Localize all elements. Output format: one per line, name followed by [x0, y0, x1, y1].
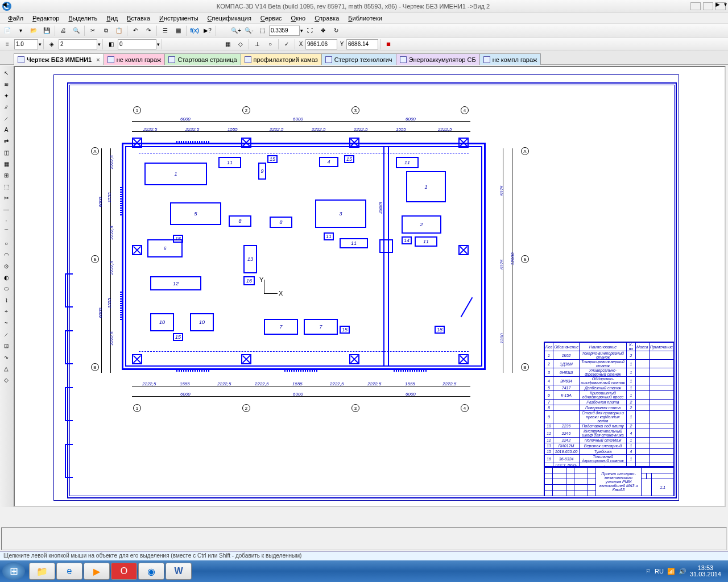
zoom-input[interactable] [269, 26, 300, 36]
menu-Библиотеки[interactable]: Библиотеки [345, 14, 386, 23]
coord-x[interactable] [305, 39, 337, 49]
task-kompas[interactable]: ◉ [138, 563, 164, 580]
new-doc-drop-button[interactable]: ▾ [14, 25, 27, 36]
menu-Вид[interactable]: Вид [103, 14, 121, 23]
tool-4[interactable]: ⟋ [0, 113, 13, 124]
variables-button[interactable]: f(x) [188, 25, 201, 36]
tool-3[interactable]: ⫽ [0, 101, 13, 113]
drawing-workspace[interactable]: 11223344ААББВВ 2xВт [14, 66, 726, 507]
tool-8[interactable]: ▦ [0, 158, 13, 169]
tool-17[interactable]: ⊙ [0, 260, 13, 272]
tool-15[interactable]: ○ [0, 238, 13, 249]
print-button[interactable]: 🖨 [57, 25, 69, 36]
doc-tab-5[interactable]: Энергоаккумулятор СБ [396, 53, 480, 65]
tool-22[interactable]: ~ [0, 317, 13, 329]
doc-manager-button[interactable]: ▦ [172, 25, 184, 36]
doc-tab-2[interactable]: Стартовая страница [164, 53, 241, 65]
system-tray[interactable]: ⚐ RU 📶 🔊 13:53 31.03.2014 [641, 565, 726, 577]
task-media[interactable]: ▶ [84, 563, 110, 580]
tool-18[interactable]: ◐ [0, 272, 13, 283]
menu-Выделить[interactable]: Выделить [65, 14, 101, 23]
stop-button[interactable]: ⏹ [382, 39, 395, 50]
maximize-button[interactable] [703, 2, 713, 10]
tool-24[interactable]: ⊡ [0, 340, 13, 351]
tool-23[interactable]: ⟋ [0, 329, 13, 340]
save-button[interactable]: 💾 [40, 25, 53, 36]
menu-Сервис[interactable]: Сервис [257, 14, 286, 23]
colorlayer-button[interactable]: ◧ [105, 39, 117, 50]
tray-flag-icon[interactable]: ⚐ [646, 568, 651, 575]
paste-button[interactable]: 📋 [113, 25, 125, 36]
doc-tab-1[interactable]: не компл гараж [104, 53, 166, 65]
start-button[interactable]: ⊞ [2, 562, 25, 580]
tool-20[interactable]: ⌇ [0, 294, 13, 306]
tool-16[interactable]: ◠ [0, 249, 13, 260]
tab-scroll-left[interactable]: ◀ [2, 1, 7, 7]
doc-tab-6[interactable]: не компл гараж [479, 53, 541, 65]
tool-21[interactable]: ÷ [0, 306, 13, 317]
cut-button[interactable]: ✂ [86, 25, 99, 36]
menu-Окно[interactable]: Окно [288, 14, 309, 23]
style-button[interactable]: ≡ [1, 39, 14, 50]
tool-6[interactable]: ⇄ [0, 135, 13, 147]
round-button[interactable]: ○ [264, 39, 276, 50]
menu-Спецификация[interactable]: Спецификация [204, 14, 255, 23]
menu-Справка[interactable]: Справка [311, 14, 342, 23]
tab-menu[interactable]: ▾ [724, 1, 727, 7]
pan-button[interactable]: ✥ [317, 25, 329, 36]
zoomin-button[interactable]: 🔍+ [230, 25, 242, 36]
menu-Инструменты[interactable]: Инструменты [156, 14, 202, 23]
menu-Файл[interactable]: Файл [5, 14, 27, 23]
tool-13[interactable]: · [0, 215, 13, 226]
snap-grid-button[interactable]: ▦ [221, 39, 234, 50]
scale-input[interactable] [14, 39, 38, 49]
tool-7[interactable]: ◫ [0, 147, 13, 158]
redraw-button[interactable]: ↻ [330, 25, 342, 36]
tool-19[interactable]: ⬭ [0, 283, 13, 294]
tool-25[interactable]: ∿ [0, 351, 13, 363]
tab-scroll-right[interactable]: ▶ [715, 1, 720, 7]
snap-end-button[interactable]: ◇ [234, 39, 247, 50]
tray-net-icon[interactable]: 📶 [667, 568, 675, 575]
colorlayer-input[interactable] [118, 39, 156, 49]
doc-tab-0[interactable]: Чертеж БЕЗ ИМЕНИ1× [14, 53, 104, 65]
ortho-button[interactable]: ⊥ [251, 39, 263, 50]
properties-button[interactable]: ☰ [159, 25, 171, 36]
tool-2[interactable]: ✦ [0, 90, 13, 101]
tool-11[interactable]: ✂ [0, 192, 13, 203]
menu-Вставка[interactable]: Вставка [123, 14, 154, 23]
tool-10[interactable]: ⬚ [0, 181, 13, 192]
zoom-window-button[interactable]: ⬚ [256, 25, 268, 36]
zoom-fit-button[interactable]: ⛶ [304, 25, 316, 36]
tray-vol-icon[interactable]: 🔊 [679, 568, 686, 575]
tool-5[interactable]: A [0, 124, 13, 135]
coord-y[interactable] [346, 39, 378, 49]
tool-1[interactable]: ≋ [0, 78, 13, 90]
copy-button[interactable]: ⧉ [100, 25, 112, 36]
new-doc-button[interactable]: 📄 [1, 25, 14, 36]
tool-14[interactable]: ⌒ [0, 226, 13, 238]
minimize-button[interactable] [690, 2, 701, 10]
layer-input[interactable] [59, 39, 97, 49]
doc-tab-4[interactable]: Стертер технологич [321, 53, 396, 65]
help-pointer-button[interactable]: ▶? [201, 25, 214, 36]
layer-button[interactable]: ◈ [46, 39, 58, 50]
task-word[interactable]: W [166, 563, 192, 580]
snap-toggle-button[interactable]: ✓ [280, 39, 293, 50]
zoomout-button[interactable]: 🔍- [243, 25, 255, 36]
menu-Редактор[interactable]: Редактор [29, 14, 63, 23]
command-panel[interactable] [1, 527, 727, 550]
undo-button[interactable]: ↶ [129, 25, 142, 36]
task-explorer[interactable]: 📁 [29, 563, 55, 580]
redo-button[interactable]: ↷ [142, 25, 155, 36]
tool-12[interactable]: — [0, 203, 13, 215]
tool-0[interactable]: ↖ [0, 67, 13, 78]
tray-lang[interactable]: RU [655, 568, 664, 575]
doc-tab-3[interactable]: профилакторий камаз [241, 53, 322, 65]
task-opera[interactable]: O [111, 563, 137, 580]
tool-26[interactable]: △ [0, 363, 13, 374]
task-ie[interactable]: e [56, 563, 82, 580]
preview-button[interactable]: 🔍 [70, 25, 82, 36]
tool-27[interactable]: ◇ [0, 374, 13, 385]
open-button[interactable]: 📂 [27, 25, 40, 36]
